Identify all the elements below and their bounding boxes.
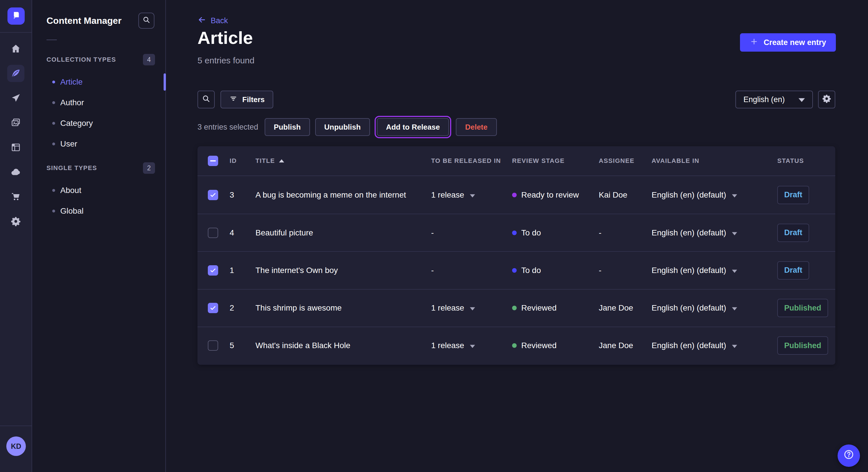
column-header-status[interactable]: STATUS <box>770 157 835 165</box>
release-label: - <box>431 228 434 237</box>
sidebar-item-label: Article <box>60 77 83 87</box>
release-label: - <box>431 266 434 275</box>
cell-id: 3 <box>223 191 249 200</box>
row-checkbox[interactable] <box>208 340 218 351</box>
cell-id: 1 <box>223 266 249 275</box>
main-content: Back Article 5 entries found Create new … <box>166 0 868 472</box>
sidebar-item-category[interactable]: Category <box>32 113 166 134</box>
sidebar-item-label: About <box>60 186 81 195</box>
rail-bottom-divider <box>0 426 32 426</box>
chevron-down-icon <box>470 303 475 312</box>
cell-assignee: - <box>592 228 645 237</box>
column-header-available-in[interactable]: AVAILABLE IN <box>645 157 770 165</box>
release-label: 1 release <box>431 191 464 200</box>
row-checkbox[interactable] <box>208 303 218 313</box>
content-type-builder-icon[interactable] <box>7 139 24 156</box>
cart-icon[interactable] <box>7 188 24 205</box>
release-label: 1 release <box>431 303 464 312</box>
column-header-title-label: TITLE <box>255 157 275 165</box>
cell-to-be-released-in[interactable]: 1 release <box>424 303 505 312</box>
subnav-title: Content Manager <box>46 15 121 26</box>
user-avatar[interactable]: KD <box>6 436 26 456</box>
help-button[interactable] <box>838 444 860 467</box>
content-manager-subnav: Content Manager COLLECTION TYPES 4 Artic… <box>32 0 166 472</box>
cell-assignee: Jane Doe <box>592 303 645 312</box>
add-to-release-button[interactable]: Add to Release <box>377 118 449 136</box>
nav-rail: KD <box>0 0 32 472</box>
table-search-button[interactable] <box>197 91 215 108</box>
rail-divider <box>0 32 32 33</box>
cell-available-in[interactable]: English (en) (default) <box>645 191 770 200</box>
cell-id: 4 <box>223 228 249 237</box>
create-new-entry-button[interactable]: Create new entry <box>740 33 836 52</box>
unpublish-button[interactable]: Unpublish <box>315 118 370 136</box>
search-icon <box>202 94 211 105</box>
back-link[interactable]: Back <box>197 15 228 26</box>
sidebar-item-article[interactable]: Article <box>32 72 166 92</box>
cell-available-in[interactable]: English (en) (default) <box>645 303 770 312</box>
media-library-icon[interactable] <box>7 114 24 131</box>
delete-button[interactable]: Delete <box>456 118 497 136</box>
subnav-search-button[interactable] <box>138 12 154 29</box>
table-row[interactable]: 5 What's inside a Black Hole 1 release R… <box>197 327 835 364</box>
cell-available-in[interactable]: English (en) (default) <box>645 266 770 275</box>
status-badge: Published <box>777 336 828 355</box>
cell-id: 2 <box>223 303 249 312</box>
stage-label: To do <box>521 228 541 237</box>
stage-label: Reviewed <box>521 341 557 350</box>
status-badge: Published <box>777 299 828 317</box>
cell-to-be-released-in[interactable]: - <box>424 266 505 275</box>
cell-available-in[interactable]: English (en) (default) <box>645 341 770 350</box>
strapi-logo[interactable] <box>7 7 25 25</box>
column-header-to-be-released-in[interactable]: TO BE RELEASED IN <box>424 157 505 165</box>
sidebar-item-author[interactable]: Author <box>32 92 166 113</box>
status-badge: Draft <box>777 224 809 242</box>
column-header-review-stage[interactable]: REVIEW STAGE <box>505 157 592 165</box>
stage-dot-icon <box>512 306 517 310</box>
row-checkbox[interactable] <box>208 190 218 200</box>
settings-gear-icon[interactable] <box>7 213 24 230</box>
row-checkbox[interactable] <box>208 265 218 276</box>
sidebar-item-global[interactable]: Global <box>32 201 166 222</box>
back-label: Back <box>211 16 228 25</box>
indeterminate-icon <box>210 160 216 162</box>
sidebar-item-user[interactable]: User <box>32 134 166 154</box>
stage-dot-icon <box>512 193 517 197</box>
locale-select[interactable]: English (en) <box>735 91 813 108</box>
cell-review-stage: To do <box>505 228 592 237</box>
row-checkbox[interactable] <box>208 228 218 238</box>
content-manager-icon[interactable] <box>7 65 24 82</box>
stage-label: Reviewed <box>521 303 557 312</box>
table-row[interactable]: 2 This shrimp is awesome 1 release Revie… <box>197 289 835 327</box>
home-icon[interactable] <box>7 40 24 57</box>
chevron-down-icon <box>799 95 805 104</box>
cloud-icon[interactable] <box>7 164 24 181</box>
table-row[interactable]: 3 A bug is becoming a meme on the intern… <box>197 176 835 214</box>
table-row[interactable]: 4 Beautiful picture - To do - English (e… <box>197 214 835 251</box>
locale-label: English (en) (default) <box>652 228 726 237</box>
cell-to-be-released-in[interactable]: - <box>424 228 505 237</box>
sidebar-item-label: Global <box>60 206 84 216</box>
column-header-title[interactable]: TITLE <box>249 157 424 165</box>
release-send-icon[interactable] <box>7 90 24 107</box>
chevron-down-icon <box>470 341 475 350</box>
cell-review-stage: Reviewed <box>505 303 592 312</box>
sort-ascending-icon <box>279 159 284 163</box>
plus-icon <box>750 37 758 48</box>
cell-review-stage: To do <box>505 266 592 275</box>
column-header-assignee[interactable]: ASSIGNEE <box>592 157 645 165</box>
selected-summary: 3 entries selected <box>197 123 258 132</box>
entries-table: ID TITLE TO BE RELEASED IN REVIEW STAGE … <box>197 146 835 365</box>
chevron-down-icon <box>732 228 737 237</box>
view-settings-button[interactable] <box>818 91 835 108</box>
filter-icon <box>229 94 238 105</box>
table-row[interactable]: 1 The internet's Own boy - To do - Engli… <box>197 251 835 289</box>
cell-available-in[interactable]: English (en) (default) <box>645 228 770 237</box>
cell-to-be-released-in[interactable]: 1 release <box>424 341 505 350</box>
column-header-id[interactable]: ID <box>223 157 249 165</box>
publish-button[interactable]: Publish <box>265 118 310 136</box>
filters-button[interactable]: Filters <box>220 91 273 108</box>
cell-to-be-released-in[interactable]: 1 release <box>424 191 505 200</box>
select-all-checkbox[interactable] <box>208 156 218 166</box>
sidebar-item-about[interactable]: About <box>32 180 166 201</box>
